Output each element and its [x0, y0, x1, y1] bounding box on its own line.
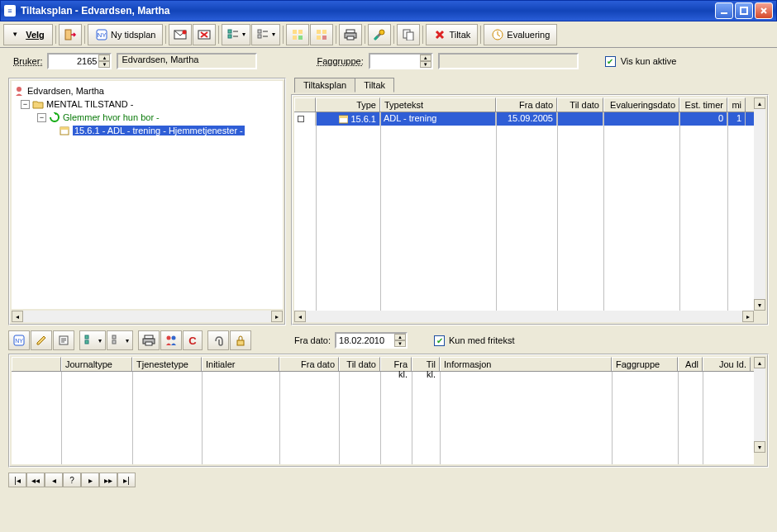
spin-down[interactable]: ▼ — [420, 61, 431, 68]
tools-button[interactable] — [368, 24, 391, 45]
col-adl[interactable]: Adl — [678, 357, 703, 371]
col-initialer[interactable]: Initialer — [202, 357, 279, 371]
col-tjenestetype[interactable]: Tjenestetype — [132, 357, 202, 371]
mail-button[interactable] — [169, 24, 192, 45]
tab-tiltak[interactable]: Tiltak — [355, 78, 394, 93]
tiltak-grid[interactable]: Type Typetekst Fra dato Til dato Evaluer… — [294, 97, 754, 311]
scroll-right-button[interactable]: ▸ — [271, 311, 283, 322]
grid-header-evaldato[interactable]: Evalueringsdato — [603, 97, 679, 112]
attach-button[interactable] — [207, 330, 229, 350]
ny-tidsplan-button[interactable]: NY Ny tidsplan — [88, 24, 163, 45]
list2-button[interactable]: ▾ — [107, 330, 133, 350]
bruker-id-field[interactable] — [49, 56, 98, 66]
checklist2-button[interactable]: ▾ — [79, 330, 106, 350]
spin-up[interactable]: ▲ — [394, 334, 406, 340]
copy-button[interactable] — [397, 24, 420, 45]
grid-header-esttimer[interactable]: Est. timer — [679, 97, 727, 112]
col-tilkl[interactable]: Til kl. — [412, 357, 440, 371]
c-button[interactable]: C — [183, 330, 203, 350]
grid-add-button[interactable] — [286, 24, 309, 45]
refresh-icon — [49, 112, 60, 122]
scroll-track[interactable] — [754, 109, 765, 299]
spin-down[interactable]: ▼ — [98, 61, 110, 68]
minimize-button[interactable] — [715, 2, 733, 19]
list-button[interactable]: ▾ — [251, 24, 280, 45]
scroll-track[interactable] — [306, 311, 742, 322]
folder-icon — [32, 99, 44, 109]
print2-button[interactable] — [138, 330, 160, 350]
scroll-left-button[interactable]: ◂ — [294, 311, 306, 322]
collapse-icon[interactable]: − — [21, 100, 30, 109]
lock-button[interactable] — [230, 330, 251, 350]
col-tildato[interactable]: Til dato — [339, 357, 380, 371]
velg-menu[interactable]: ▼ Velg — [3, 24, 53, 45]
people-button[interactable] — [160, 330, 182, 350]
grid-header-typetekst[interactable]: Typetekst — [380, 97, 496, 112]
spin-up[interactable]: ▲ — [98, 55, 110, 61]
tree-leaf[interactable]: 15.6.1 - ADL - trening - Hjemmetjenester… — [13, 124, 281, 137]
scroll-down-button[interactable]: ▾ — [754, 299, 765, 311]
maximize-button[interactable] — [735, 2, 753, 19]
scroll-up-button[interactable]: ▴ — [754, 97, 765, 109]
print-button[interactable] — [339, 24, 362, 45]
grid-vscroll[interactable]: ▴ ▾ — [754, 97, 765, 311]
tree-leaf-label: 15.6.1 - ADL - trening - Hjemmetjenester… — [73, 126, 245, 135]
grid-row[interactable]: 15.6.1 ADL - trening 15.09.2005 0 1 — [294, 112, 754, 126]
fradato-input[interactable]: ▲▼ — [335, 332, 408, 349]
nav-nextpage[interactable]: ▸▸ — [99, 473, 117, 487]
tree-root[interactable]: Edvardsen, Martha — [13, 84, 281, 97]
collapse-icon[interactable]: − — [37, 113, 46, 122]
fradato-field[interactable] — [336, 335, 394, 345]
delete-mail-button[interactable] — [193, 24, 216, 45]
journal-vscroll[interactable]: ▴ ▾ — [754, 357, 765, 453]
list-icon — [111, 334, 124, 347]
kun-fritekst-checkbox[interactable]: ✔ — [434, 335, 445, 346]
grid-header-type[interactable]: Type — [316, 97, 380, 112]
nav-last[interactable]: ▸| — [117, 473, 136, 487]
new-button[interactable]: NY — [8, 330, 30, 350]
nav-prevpage[interactable]: ◂◂ — [26, 473, 45, 487]
evaluering-button[interactable]: Evaluering — [484, 24, 557, 45]
nav-first[interactable]: |◂ — [8, 473, 26, 487]
note-button[interactable] — [53, 330, 74, 350]
faggruppe-input[interactable]: ▲▼ — [369, 53, 433, 69]
faggruppe-field[interactable] — [370, 56, 420, 66]
col-informasjon[interactable]: Informasjon — [440, 357, 612, 371]
bruker-id-input[interactable]: ▲▼ — [47, 53, 112, 69]
exit-button[interactable] — [59, 24, 82, 45]
nav-prev[interactable]: ◂ — [45, 473, 63, 487]
col-faggruppe[interactable]: Faggruppe — [612, 357, 678, 371]
grid-header-mi[interactable]: mi — [727, 97, 746, 112]
tree-item[interactable]: − Glemmer hvor hun bor - — [13, 111, 281, 124]
scroll-left-button[interactable]: ◂ — [12, 311, 23, 322]
spin-up[interactable]: ▲ — [420, 55, 431, 61]
tab-tiltaksplan[interactable]: Tiltaksplan — [294, 78, 355, 93]
tiltak-button[interactable]: Tiltak — [426, 24, 478, 45]
checklist-button[interactable]: ▾ — [222, 24, 250, 45]
nav-query[interactable]: ? — [63, 473, 81, 487]
col-frakl[interactable]: Fra kl. — [380, 357, 412, 371]
col-fradato[interactable]: Fra dato — [279, 357, 339, 371]
close-button[interactable] — [755, 2, 773, 19]
scroll-track[interactable] — [23, 311, 271, 322]
scroll-right-button[interactable]: ▸ — [742, 311, 754, 322]
scroll-track[interactable] — [754, 368, 765, 441]
tree-group[interactable]: − MENTAL TILSTAND - — [13, 97, 281, 111]
journal-grid[interactable]: Journaltype Tjenestetype Initialer Fra d… — [12, 357, 754, 464]
spin-down[interactable]: ▼ — [394, 340, 406, 347]
col-journaltype[interactable]: Journaltype — [61, 357, 132, 371]
grid-remove-button[interactable] — [310, 24, 333, 45]
grid-header-fradato[interactable]: Fra dato — [496, 97, 557, 112]
kun-fritekst-label: Kun med fritekst — [449, 335, 514, 345]
nav-next[interactable]: ▸ — [81, 473, 99, 487]
vis-kun-aktive-checkbox[interactable]: ✔ — [605, 56, 616, 67]
scroll-up-button[interactable]: ▴ — [754, 357, 765, 368]
col-jouid[interactable]: Jou Id. — [703, 357, 751, 371]
plan-tree[interactable]: Edvardsen, Martha − MENTAL TILSTAND - − … — [12, 81, 283, 309]
grid-header-tildato[interactable]: Til dato — [557, 97, 603, 112]
svg-text:NY: NY — [15, 338, 23, 344]
tree-hscroll[interactable]: ◂ ▸ — [12, 311, 283, 322]
grid-hscroll[interactable]: ◂ ▸ — [294, 311, 754, 322]
edit-button[interactable] — [31, 330, 52, 350]
scroll-down-button[interactable]: ▾ — [754, 441, 765, 453]
